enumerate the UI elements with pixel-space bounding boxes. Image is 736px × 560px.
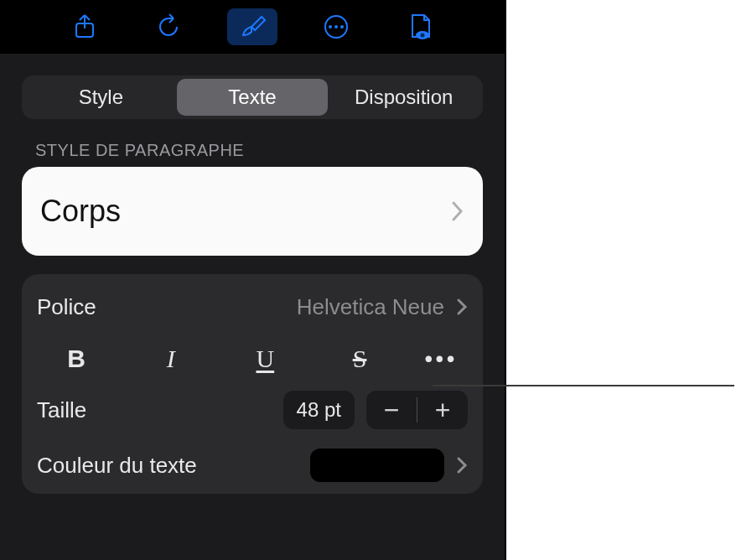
bold-button[interactable]: B	[47, 345, 106, 373]
paragraph-style-section-label: STYLE DE PARAGRAPHE	[35, 141, 505, 160]
svg-point-6	[421, 34, 425, 38]
share-icon	[73, 13, 96, 40]
strikethrough-button[interactable]: S	[330, 345, 389, 373]
format-brush-button[interactable]	[227, 8, 277, 45]
underline-button[interactable]: U	[236, 345, 294, 373]
paragraph-style-name: Corps	[40, 194, 451, 229]
callout-line	[433, 385, 736, 511]
share-button[interactable]	[60, 8, 110, 45]
app-toolbar	[0, 0, 505, 54]
font-size-row: Taille 48 pt − +	[22, 388, 483, 440]
format-inspector-panel: Style Texte Disposition STYLE DE PARAGRA…	[0, 0, 506, 560]
paint-brush-icon	[238, 13, 267, 40]
paragraph-style-row[interactable]: Corps	[22, 167, 483, 256]
chevron-right-icon	[451, 200, 464, 223]
decrease-size-button[interactable]: −	[366, 391, 417, 429]
more-icon	[323, 13, 350, 40]
font-size-value[interactable]: 48 pt	[283, 391, 355, 429]
text-color-swatch[interactable]	[310, 449, 444, 482]
document-view-icon	[407, 13, 433, 40]
text-color-row[interactable]: Couleur du texte	[22, 440, 483, 494]
tab-layout[interactable]: Disposition	[328, 79, 479, 116]
font-size-label: Taille	[37, 397, 86, 423]
chevron-right-icon	[456, 297, 468, 317]
font-family-row[interactable]: Police Helvetica Neue	[22, 281, 483, 333]
text-color-label: Couleur du texte	[37, 453, 197, 479]
format-tabs: Style Texte Disposition	[22, 75, 483, 119]
undo-icon	[155, 13, 182, 40]
font-settings-card: Police Helvetica Neue B I U S ••• Taille…	[22, 274, 483, 494]
font-label: Police	[37, 294, 96, 320]
svg-point-2	[329, 25, 332, 29]
tab-text[interactable]: Texte	[177, 79, 329, 116]
font-value: Helvetica Neue	[96, 294, 444, 320]
text-style-buttons-row: B I U S •••	[22, 333, 483, 388]
more-button[interactable]	[311, 8, 361, 45]
tab-style[interactable]: Style	[25, 79, 177, 116]
more-text-options-button[interactable]: •••	[425, 346, 458, 372]
svg-point-3	[334, 25, 338, 29]
italic-button[interactable]: I	[142, 345, 200, 373]
document-options-button[interactable]	[395, 8, 445, 45]
undo-button[interactable]	[143, 8, 194, 45]
svg-point-4	[340, 25, 344, 29]
